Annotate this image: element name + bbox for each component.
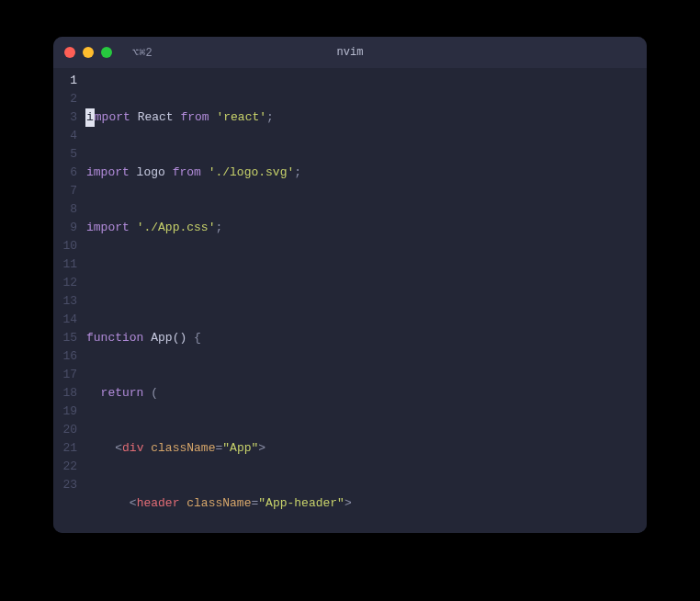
code-line: function App() { (86, 329, 647, 347)
code-line: import React from 'react'; (86, 108, 647, 127)
line-number: 21 (53, 439, 77, 458)
terminal-window: ⌥⌘2 nvim 1 2 3 4 5 6 7 8 9 10 11 12 13 1… (53, 37, 647, 533)
line-number: 5 (53, 145, 77, 164)
titlebar-shortcut: ⌥⌘2 (132, 46, 152, 60)
line-number: 16 (53, 347, 77, 366)
line-number: 22 (53, 458, 77, 476)
line-number: 13 (53, 292, 77, 311)
close-icon[interactable] (64, 47, 75, 58)
cursor: i (85, 108, 95, 127)
line-number-gutter: 1 2 3 4 5 6 7 8 9 10 11 12 13 14 15 16 1… (53, 72, 81, 533)
line-number: 17 (53, 366, 77, 384)
line-number: 4 (53, 127, 77, 145)
maximize-icon[interactable] (101, 47, 112, 58)
line-number: 6 (53, 164, 77, 182)
line-number: 20 (53, 421, 77, 439)
line-number: 8 (53, 200, 77, 219)
code-content[interactable]: import React from 'react'; import logo f… (81, 72, 647, 533)
code-line: import './App.css'; (86, 219, 647, 237)
line-number: 7 (53, 182, 77, 200)
code-line: <div className="App"> (86, 439, 647, 458)
line-number: 14 (53, 311, 77, 329)
line-number: 3 (53, 108, 77, 127)
line-number: 18 (53, 384, 77, 403)
line-number: 23 (53, 476, 77, 494)
minimize-icon[interactable] (83, 47, 94, 58)
code-line: <header className="App-header"> (86, 494, 647, 513)
line-number: 1 (53, 72, 77, 90)
line-number: 15 (53, 329, 77, 347)
line-number: 19 (53, 403, 77, 421)
line-number: 11 (53, 255, 77, 274)
line-number: 9 (53, 219, 77, 237)
code-line (86, 274, 647, 292)
window-title: nvim (337, 46, 364, 59)
editor[interactable]: 1 2 3 4 5 6 7 8 9 10 11 12 13 14 15 16 1… (53, 68, 647, 533)
titlebar: ⌥⌘2 nvim (53, 37, 647, 68)
code-line: return ( (86, 384, 647, 403)
line-number: 2 (53, 90, 77, 108)
traffic-lights (64, 47, 112, 58)
line-number: 10 (53, 237, 77, 255)
code-area[interactable]: 1 2 3 4 5 6 7 8 9 10 11 12 13 14 15 16 1… (53, 68, 647, 533)
line-number: 12 (53, 274, 77, 292)
code-line: import logo from './logo.svg'; (86, 164, 647, 182)
